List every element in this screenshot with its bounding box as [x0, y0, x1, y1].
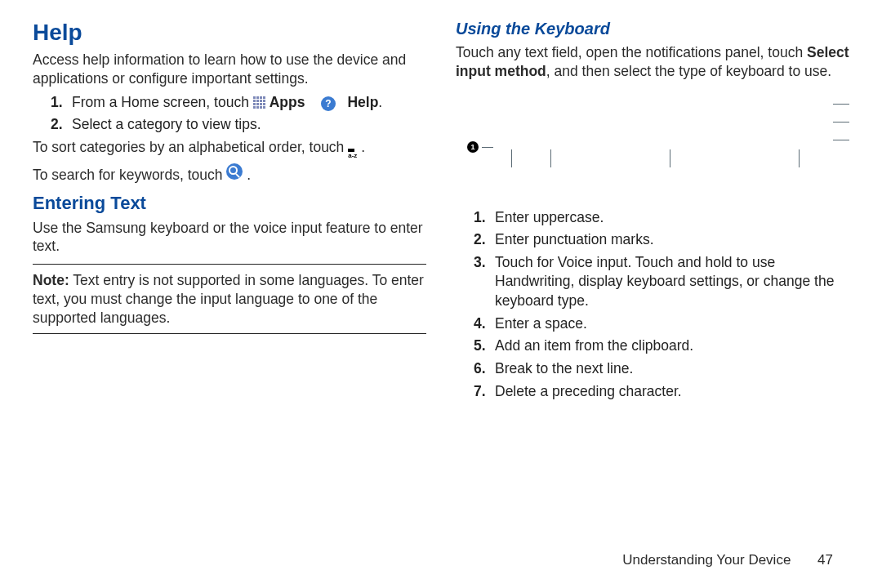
kb-num: 7.: [474, 382, 490, 402]
right-column: Using the Keyboard Touch any text field,…: [456, 20, 849, 568]
help-intro: Access help information to learn how to …: [33, 51, 426, 88]
step-text-pre: From a Home screen, touch: [72, 94, 253, 110]
apps-icon: [253, 96, 265, 109]
kb-intro-post: , and then select the type of keyboard t…: [546, 63, 831, 79]
search-icon: [226, 163, 243, 180]
heading-help: Help: [33, 20, 426, 46]
note-content: Note: Text entry is not supported in som…: [33, 271, 426, 327]
kb-num: 3.: [474, 253, 490, 273]
kb-intro-pre: Touch any text field, open the notificat…: [456, 44, 807, 60]
note-box: Note: Text entry is not supported in som…: [33, 264, 426, 334]
search-keywords: To search for keywords, touch .: [33, 163, 426, 185]
entering-text-body: Use the Samsung keyboard or the voice in…: [33, 219, 426, 256]
kb-num: 4.: [474, 314, 490, 334]
kb-item: 6.Break to the next line.: [474, 359, 849, 379]
diagram-line: [799, 149, 800, 167]
step-number: 1.: [51, 93, 67, 113]
sort-post: .: [361, 139, 365, 155]
kb-item: 1.Enter uppercase.: [474, 208, 849, 228]
kb-num: 5.: [474, 336, 490, 356]
keyboard-diagram: 1: [456, 86, 849, 200]
search-post: .: [247, 167, 251, 183]
kb-item: 3.Touch for Voice input. Touch and hold …: [474, 253, 849, 311]
left-column: Help Access help information to learn ho…: [33, 20, 426, 568]
step-body: From a Home screen, touch Apps ? Help.: [72, 93, 382, 113]
diagram-line: [833, 122, 849, 122]
search-pre: To search for keywords, touch: [33, 167, 226, 183]
sort-pre: To sort categories by an alphabetical or…: [33, 139, 348, 155]
kb-text: Enter uppercase.: [495, 208, 604, 228]
keyboard-intro: Touch any text field, open the notificat…: [456, 43, 849, 81]
kb-num: 2.: [474, 230, 490, 250]
kb-item: 5.Add an item from the clipboard.: [474, 336, 849, 356]
page-footer: Understanding Your Device 47: [622, 552, 833, 568]
step-number: 2.: [51, 115, 67, 135]
kb-item: 4.Enter a space.: [474, 314, 849, 334]
footer-page: 47: [817, 552, 833, 568]
help-step-2: 2. Select a category to view tips.: [51, 115, 426, 135]
note-body: Text entry is not supported in some lang…: [33, 272, 424, 326]
footer-section: Understanding Your Device: [622, 552, 791, 568]
kb-text: Enter punctuation marks.: [495, 230, 654, 250]
kb-text: Break to the next line.: [495, 359, 633, 379]
kb-item: 2.Enter punctuation marks.: [474, 230, 849, 250]
kb-item: 7.Delete a preceding character.: [474, 382, 849, 402]
kb-text: Add an item from the clipboard.: [495, 336, 693, 356]
diagram-line: [482, 147, 493, 148]
diagram-line: [550, 149, 551, 167]
diagram-line: [833, 104, 849, 105]
kb-text: Touch for Voice input. Touch and hold to…: [495, 253, 849, 311]
diagram-line: [511, 149, 512, 167]
az-sort-icon: a-z: [348, 149, 357, 158]
diagram-line: [670, 149, 670, 167]
step-text-post: .: [378, 94, 382, 110]
diagram-marker-1: 1: [467, 141, 479, 153]
note-label: Note:: [33, 272, 69, 288]
heading-entering-text: Entering Text: [33, 193, 426, 214]
apps-grid-icon: [253, 96, 265, 109]
help-step-1: 1. From a Home screen, touch Apps ? Help…: [51, 93, 426, 113]
step-text: Select a category to view tips.: [72, 115, 261, 135]
help-icon: ?: [321, 96, 336, 111]
help-steps: 1. From a Home screen, touch Apps ? Help…: [33, 93, 426, 135]
heading-using-keyboard: Using the Keyboard: [456, 20, 849, 38]
kb-text: Delete a preceding character.: [495, 382, 682, 402]
kb-num: 1.: [474, 208, 490, 228]
apps-label: Apps: [270, 94, 305, 110]
diagram-line: [833, 140, 849, 140]
keyboard-list: 1.Enter uppercase. 2.Enter punctuation m…: [456, 208, 849, 402]
help-label: Help: [347, 94, 378, 110]
kb-text: Enter a space.: [495, 314, 587, 334]
page: Help Access help information to learn ho…: [0, 0, 882, 588]
sort-categories: To sort categories by an alphabetical or…: [33, 138, 426, 158]
kb-num: 6.: [474, 359, 490, 379]
